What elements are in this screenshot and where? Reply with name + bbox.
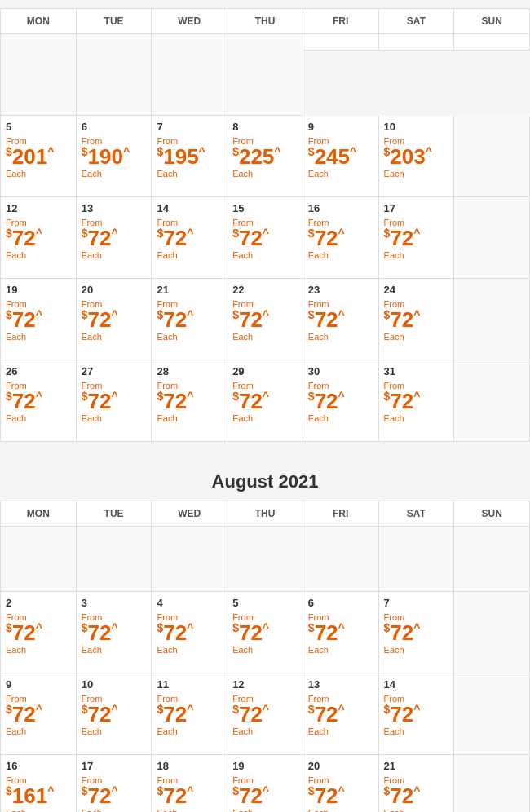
july-cell-7[interactable]: 7 From $195^ Each — [152, 116, 227, 197]
aug-day-header-sat: SAT — [379, 501, 455, 527]
aug-cell-empty-6 — [379, 527, 455, 592]
july-cell-14[interactable]: 14 From $72^ Each — [152, 197, 227, 279]
july-cell-empty-11 — [454, 116, 530, 197]
aug-cell-empty-2 — [77, 527, 152, 592]
july-cell-empty-4 — [227, 34, 303, 116]
aug-row-3: 9 From $72^ Each 10 From $72^ Each 11 Fr… — [0, 673, 530, 755]
aug-cell-empty-1 — [1, 527, 77, 592]
july-cell-empty-1 — [1, 34, 77, 116]
aug-cell-13[interactable]: 13 From $72^ Each — [303, 673, 379, 755]
july-cell-29[interactable]: 29 From $72^ Each — [227, 360, 303, 442]
aug-cell-5[interactable]: 5 From $72^ Each — [227, 592, 303, 673]
day-header-mon: MON — [1, 9, 77, 34]
july-cell-10[interactable]: 10 From $203^ Each — [379, 116, 455, 197]
july-cell-20[interactable]: 20 From $72^ Each — [77, 279, 152, 360]
day-header-sun: SUN — [454, 9, 530, 34]
july-cell-27[interactable]: 27 From $72^ Each — [77, 360, 152, 442]
aug-day-header-sun: SUN — [454, 501, 530, 527]
aug-cell-empty-15 — [454, 673, 530, 755]
july-cell-empty-18 — [454, 197, 530, 279]
july-cell-16[interactable]: 16 From $72^ Each — [303, 197, 379, 279]
aug-cell-empty-3 — [152, 527, 227, 592]
aug-cell-4[interactable]: 4 From $72^ Each — [152, 592, 227, 673]
july-cell-3[interactable]: 3 From $72^ Each — [379, 34, 455, 51]
aug-row-1 — [0, 527, 530, 592]
aug-day-header-thu: THU — [227, 501, 303, 527]
aug-day-header-fri: FRI — [303, 501, 379, 527]
july-cell-15[interactable]: 15 From $72^ Each — [227, 197, 303, 279]
aug-cell-empty-7 — [454, 527, 530, 592]
july-partial-top-row: 2 From $72^ Each 3 From $72^ Each 4 From — [0, 34, 530, 116]
july-cell-12[interactable]: 12 From $72^ Each — [1, 197, 77, 279]
aug-cell-18[interactable]: 18 From $72^ Each — [152, 755, 227, 812]
july-cell-9[interactable]: 9 From $245^ Each — [303, 116, 379, 197]
july-cell-4[interactable]: 4 From $190^ Each — [454, 34, 530, 51]
day-header-tue: TUE — [77, 9, 152, 34]
aug-cell-7[interactable]: 7 From $72^ Each — [379, 592, 455, 673]
calendar-container: MON TUE WED THU FRI SAT SUN 2 From $72^ … — [0, 8, 530, 812]
aug-cell-empty-4 — [227, 527, 303, 592]
aug-cell-11[interactable]: 11 From $72^ Each — [152, 673, 227, 755]
aug-cell-16[interactable]: 16 From $161^ Each — [1, 755, 77, 812]
aug-cell-empty-5 — [303, 527, 379, 592]
august-title: August 2021 — [0, 455, 530, 501]
july-cell-empty-3 — [152, 34, 227, 116]
day-header-wed: WED — [152, 9, 227, 34]
aug-cell-2[interactable]: 2 From $72^ Each — [1, 592, 77, 673]
august-section: August 2021 MON TUE WED THU FRI SAT SUN … — [0, 455, 530, 812]
aug-cell-12[interactable]: 12 From $72^ Each — [227, 673, 303, 755]
july-cell-26[interactable]: 26 From $72^ Each — [1, 360, 77, 442]
july-cell-empty-end — [454, 360, 530, 442]
day-header-sat: SAT — [379, 9, 455, 34]
july-cell-21[interactable]: 21 From $72^ Each — [152, 279, 227, 360]
july-row-4: 19 From $72^ Each 20 From $72^ Each 21 F… — [0, 279, 530, 360]
july-cell-6[interactable]: 6 From $190^ Each — [77, 116, 152, 197]
aug-day-header-wed: WED — [152, 501, 227, 527]
july-cell-17[interactable]: 17 From $72^ Each — [379, 197, 455, 279]
july-cell-23[interactable]: 23 From $72^ Each — [303, 279, 379, 360]
aug-cell-21[interactable]: 21 From $72^ Each — [379, 755, 455, 812]
aug-cell-17[interactable]: 17 From $72^ Each — [77, 755, 152, 812]
aug-cell-6[interactable]: 6 From $72^ Each — [303, 592, 379, 673]
aug-cell-9[interactable]: 9 From $72^ Each — [1, 673, 77, 755]
july-cell-30[interactable]: 30 From $72^ Each — [303, 360, 379, 442]
july-cell-2[interactable]: 2 From $72^ Each — [303, 34, 379, 51]
aug-day-header-mon: MON — [1, 501, 77, 527]
july-cell-28[interactable]: 28 From $72^ Each — [152, 360, 227, 442]
july-row-5: 26 From $72^ Each 27 From $72^ Each 28 F… — [0, 360, 530, 442]
july-section: MON TUE WED THU FRI SAT SUN 2 From $72^ … — [0, 8, 530, 442]
aug-cell-19[interactable]: 19 From $72^ Each — [227, 755, 303, 812]
day-header-fri: FRI — [303, 9, 379, 34]
august-day-headers: MON TUE WED THU FRI SAT SUN — [0, 501, 530, 527]
july-cell-31[interactable]: 31 From $72^ Each — [379, 360, 455, 442]
july-cell-13[interactable]: 13 From $72^ Each — [77, 197, 152, 279]
aug-row-2: 2 From $72^ Each 3 From $72^ Each 4 From… — [0, 592, 530, 673]
july-cell-8[interactable]: 8 From $225^ Each — [227, 116, 303, 197]
july-cell-empty-2 — [77, 34, 152, 116]
day-header-thu: THU — [227, 9, 303, 34]
aug-cell-empty-22 — [454, 755, 530, 812]
july-row-3: 12 From $72^ Each 13 From $72^ Each 14 F… — [0, 197, 530, 279]
aug-cell-3[interactable]: 3 From $72^ Each — [77, 592, 152, 673]
july-cell-22[interactable]: 22 From $72^ Each — [227, 279, 303, 360]
aug-cell-20[interactable]: 20 From $72^ Each — [303, 755, 379, 812]
july-day-headers: MON TUE WED THU FRI SAT SUN — [0, 8, 530, 34]
aug-cell-10[interactable]: 10 From $72^ Each — [77, 673, 152, 755]
aug-day-header-tue: TUE — [77, 501, 152, 527]
july-cell-19[interactable]: 19 From $72^ Each — [1, 279, 77, 360]
july-row-2: 5 From $201^ Each 6 From $190^ Each 7 Fr… — [0, 116, 530, 197]
aug-cell-empty-8 — [454, 592, 530, 673]
aug-cell-14[interactable]: 14 From $72^ Each — [379, 673, 455, 755]
july-cell-5[interactable]: 5 From $201^ Each — [1, 116, 77, 197]
july-cell-empty-25 — [454, 279, 530, 360]
aug-row-4: 16 From $161^ Each 17 From $72^ Each 18 … — [0, 755, 530, 812]
july-cell-24[interactable]: 24 From $72^ Each — [379, 279, 455, 360]
